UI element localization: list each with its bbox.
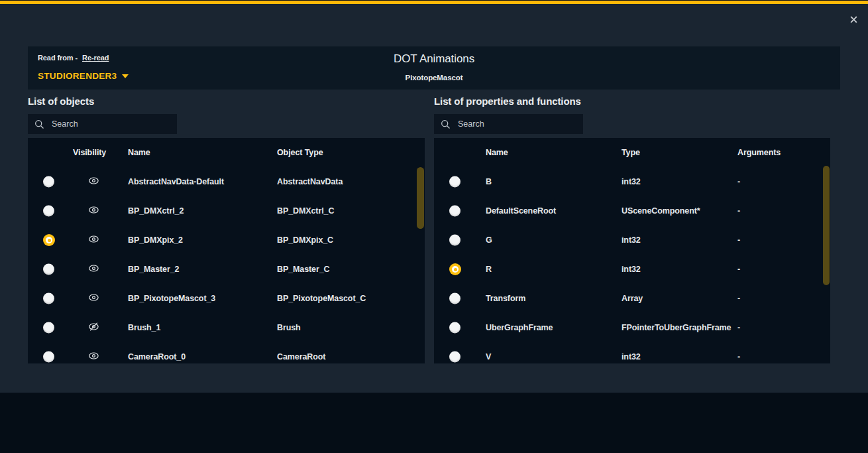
column-header-type: Type — [622, 148, 640, 157]
object-type: BP_DMXctrl_C — [277, 206, 334, 216]
table-row: Brush_1 Brush — [28, 313, 425, 342]
table-row: CameraRoot_0 CameraRoot — [28, 342, 425, 363]
column-header-name: Name — [128, 148, 150, 157]
property-type: int32 — [622, 265, 641, 274]
visibility-eye-icon[interactable] — [88, 293, 99, 302]
properties-table-rows: B int32 - DefaultSceneRoot USceneCompone… — [434, 167, 830, 363]
property-arguments: - — [737, 352, 740, 361]
table-row: BP_DMXctrl_2 BP_DMXctrl_C — [28, 196, 425, 226]
property-name: Transform — [486, 294, 525, 303]
property-type: int32 — [622, 352, 641, 361]
property-select-radio[interactable] — [449, 322, 461, 334]
object-type: BP_DMXpix_C — [277, 235, 333, 245]
object-select-radio[interactable] — [43, 234, 55, 246]
column-header-arguments: Arguments — [737, 148, 781, 157]
table-row: Transform Array - — [434, 284, 830, 313]
properties-table-header: Name Type Arguments — [434, 138, 830, 167]
property-select-radio[interactable] — [449, 263, 461, 275]
property-select-radio[interactable] — [449, 235, 461, 246]
column-header-visibility: Visibility — [73, 148, 106, 157]
property-name: DefaultSceneRoot — [486, 206, 556, 216]
property-arguments: - — [737, 235, 740, 245]
object-select-radio[interactable] — [43, 352, 54, 363]
object-type: CameraRoot — [277, 352, 325, 361]
property-arguments: - — [737, 177, 740, 186]
objects-search-box — [28, 114, 177, 134]
property-select-radio[interactable] — [449, 176, 461, 188]
property-name: R — [486, 265, 492, 274]
table-row: DefaultSceneRoot USceneComponent* - — [434, 196, 830, 226]
object-select-radio[interactable] — [43, 176, 54, 188]
objects-search-input[interactable] — [50, 119, 170, 129]
visibility-eye-icon[interactable] — [88, 235, 99, 243]
table-row: BP_PixotopeMascot_3 BP_PixotopeMascot_C — [28, 284, 425, 313]
objects-table: Visibility Name Object Type AbstractNavD… — [28, 138, 425, 363]
properties-search-input[interactable] — [457, 119, 576, 129]
property-arguments: - — [737, 206, 740, 216]
property-name: B — [486, 177, 492, 186]
objects-table-header: Visibility Name Object Type — [28, 138, 425, 167]
object-name: Brush_1 — [128, 323, 160, 332]
column-header-name: Name — [486, 148, 508, 157]
dialog-header: Read from -Re-read STUDIORENDER3 DOT Ani… — [28, 46, 840, 90]
property-name: V — [486, 352, 491, 361]
window-accent-bar — [0, 0, 868, 4]
object-name: BP_PixotopeMascot_3 — [128, 294, 215, 303]
properties-table: Name Type Arguments B int32 - DefaultSce… — [434, 138, 830, 363]
object-type: BP_PixotopeMascot_C — [277, 294, 366, 303]
object-type: AbstractNavData — [277, 177, 343, 186]
object-type: BP_Master_C — [277, 265, 330, 274]
property-name: G — [486, 235, 492, 245]
object-type: Brush — [277, 323, 301, 332]
properties-panel-heading: List of properties and functions — [434, 96, 581, 107]
search-icon — [441, 119, 451, 129]
dialog-footer: Cancel Select — [0, 393, 868, 453]
property-arguments: - — [737, 294, 740, 303]
object-select-radio[interactable] — [43, 264, 54, 275]
table-row: BP_DMXpix_2 BP_DMXpix_C — [28, 226, 425, 255]
dot-animations-dialog: { "window": { "close_label": "×" }, "hea… — [0, 0, 868, 453]
visibility-eye-icon[interactable] — [88, 352, 99, 360]
table-row: AbstractNavData-Default AbstractNavData — [28, 167, 425, 196]
visibility-eye-icon[interactable] — [88, 206, 99, 214]
object-select-radio[interactable] — [43, 206, 54, 217]
object-name: CameraRoot_0 — [128, 352, 186, 361]
table-row: R int32 - — [434, 255, 830, 284]
table-row: G int32 - — [434, 226, 830, 255]
dialog-subtitle: PixotopeMascot — [28, 74, 840, 82]
column-header-object-type: Object Type — [277, 148, 323, 157]
table-row: B int32 - — [434, 167, 830, 196]
property-select-radio[interactable] — [449, 206, 461, 217]
object-select-radio[interactable] — [43, 322, 54, 334]
objects-panel-heading: List of objects — [28, 96, 94, 107]
table-row: BP_Master_2 BP_Master_C — [28, 255, 425, 284]
property-select-radio[interactable] — [449, 293, 461, 304]
property-type: Array — [622, 294, 643, 303]
property-type: FPointerToUberGraphFrame — [622, 323, 731, 332]
object-name: AbstractNavData-Default — [128, 177, 224, 186]
object-name: BP_DMXctrl_2 — [128, 206, 184, 216]
property-type: int32 — [622, 235, 641, 245]
visibility-eye-icon[interactable] — [88, 176, 99, 185]
table-row: UberGraphFrame FPointerToUberGraphFrame … — [434, 313, 830, 342]
properties-search-box — [434, 114, 583, 134]
close-icon[interactable] — [848, 14, 859, 25]
object-name: BP_DMXpix_2 — [128, 235, 183, 245]
table-row: V int32 - — [434, 342, 830, 363]
property-name: UberGraphFrame — [486, 323, 553, 332]
property-arguments: - — [737, 323, 740, 332]
objects-table-rows: AbstractNavData-Default AbstractNavData … — [28, 167, 425, 363]
property-select-radio[interactable] — [449, 352, 461, 363]
property-type: int32 — [622, 177, 641, 186]
property-type: USceneComponent* — [622, 206, 700, 216]
visibility-eye-icon[interactable] — [88, 264, 99, 273]
visibility-eye-off-icon[interactable] — [88, 322, 99, 332]
properties-scrollbar-thumb[interactable] — [823, 166, 830, 285]
object-name: BP_Master_2 — [128, 265, 179, 274]
dialog-title: DOT Animations — [28, 52, 840, 66]
objects-scrollbar-thumb[interactable] — [417, 167, 424, 229]
object-select-radio[interactable] — [43, 293, 54, 304]
property-arguments: - — [737, 265, 740, 274]
search-icon — [34, 119, 44, 129]
